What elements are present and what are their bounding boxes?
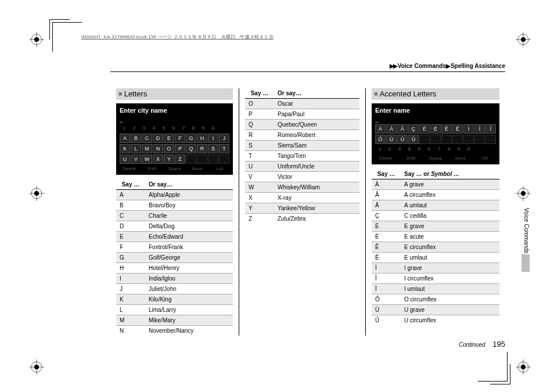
- cell-orsay: E circumflex: [401, 242, 499, 253]
- table-row: ÂA circumflex: [372, 190, 499, 200]
- key: M: [142, 144, 152, 153]
- cell-orsay: Oscar: [274, 99, 359, 109]
- table-row: DDelta/Dog: [116, 221, 233, 232]
- cell-say: Y: [245, 203, 274, 214]
- table-row: ÄA umlaut: [372, 200, 499, 211]
- side-tab-label: Voice Commands: [523, 208, 530, 253]
- key: E: [164, 134, 174, 143]
- key: F: [175, 134, 185, 143]
- key: T: [219, 144, 229, 153]
- registration-mark-icon: [29, 32, 44, 47]
- crop-corner-tl: [52, 22, 82, 52]
- cell-say: H: [116, 263, 145, 274]
- registration-mark-icon: [516, 32, 531, 47]
- cell-say: Â: [372, 190, 401, 200]
- cell-orsay: Kilo/King: [145, 294, 233, 305]
- key-blank: [474, 135, 485, 144]
- crop-corner-br: [478, 352, 508, 382]
- cell-say: Ù: [372, 305, 401, 315]
- breadcrumb-sep: ▶: [446, 63, 449, 69]
- key: 8: [444, 145, 454, 153]
- table-row: KKilo/King: [116, 294, 233, 305]
- phonetic-table-2: Say … Or say… OOscarPPapa/PaulQQuebec/Qu…: [245, 88, 359, 224]
- key: Ê: [441, 124, 452, 134]
- key-blank: [452, 135, 463, 144]
- key: OK: [474, 156, 496, 161]
- cell-orsay: Yankee/Yellow: [274, 203, 359, 214]
- phonetic-table-1: Say … Or say… AAlpha/AppleBBravo/BoyCCha…: [116, 179, 233, 336]
- key: È: [430, 124, 441, 134]
- cell-say: Ï: [372, 284, 401, 294]
- table-row: WWhiskey/William: [245, 182, 359, 193]
- key: N: [153, 144, 163, 153]
- cell-say: U: [245, 161, 274, 172]
- cell-say: L: [116, 305, 145, 315]
- cell-say: É: [372, 232, 401, 242]
- square-bullet-icon: ■: [118, 90, 123, 97]
- cell-orsay: A grave: [401, 179, 499, 190]
- table-row: UUniform/Uncle: [245, 161, 359, 172]
- registration-mark-icon: [516, 359, 531, 375]
- cell-orsay: Alpha/Apple: [145, 190, 233, 200]
- cell-say: W: [245, 182, 274, 193]
- key: 4: [405, 145, 414, 153]
- key: 3: [139, 124, 149, 132]
- cell-orsay: Victor: [274, 172, 359, 182]
- phonetic-table-accented: Say … Say … or Symbol … ÀA graveÂA circu…: [372, 169, 499, 325]
- key: More: [188, 166, 207, 171]
- book-metadata-line: INSIGHT_KA-31TM8820.book 195 ページ ２０１１年８月…: [81, 34, 274, 40]
- key: Delete: [120, 166, 139, 171]
- table-row: SSierra/Sam: [245, 141, 359, 151]
- key: S: [208, 144, 218, 153]
- side-tab-marker: [521, 254, 530, 272]
- cell-orsay: Foxtrot/Frank: [145, 242, 233, 253]
- key: Z: [175, 154, 185, 164]
- table-row: HHotel/Henry: [116, 263, 233, 274]
- table-row: GGolf/George: [116, 253, 233, 263]
- cell-say: T: [245, 151, 274, 161]
- key: 4: [149, 124, 159, 132]
- table-row: OOscar: [245, 99, 359, 109]
- continued-label: Continued: [459, 341, 485, 348]
- key-blank: [186, 154, 196, 164]
- cell-say: Ë: [372, 253, 401, 263]
- navi-key-row1: ÀÂÄÇÉÈÊËÌÎÏ: [375, 124, 496, 134]
- cell-orsay: Hotel/Henry: [145, 263, 233, 274]
- cell-say: K: [116, 294, 145, 305]
- table-row: ÔO circumflex: [372, 294, 499, 305]
- key-blank: [208, 154, 218, 164]
- table-row: CCharlie: [116, 211, 233, 221]
- cell-orsay: Juliet/John: [145, 284, 233, 294]
- navi-screen-letters: Enter city name _ 1234567890 ABCDEFGHIJ …: [116, 103, 233, 175]
- registration-mark-icon: [29, 186, 44, 201]
- col-orsay: Or say…: [274, 88, 359, 99]
- key: À: [375, 124, 386, 134]
- key: Space: [165, 166, 184, 171]
- key: 2: [385, 145, 394, 153]
- cell-say: Ô: [372, 294, 401, 305]
- table-row: PPapa/Paul: [245, 109, 359, 120]
- key: 0: [464, 145, 473, 153]
- key: Y: [164, 154, 174, 164]
- cell-orsay: Papa/Paul: [274, 109, 359, 120]
- cell-orsay: Sierra/Sam: [274, 141, 359, 151]
- navi-key-row1: ABCDEFGHIJ: [120, 134, 229, 143]
- key: 1: [375, 145, 384, 153]
- column-3: ■Accented Letters Enter name _ ÀÂÄÇÉÈÊËÌ…: [365, 88, 505, 336]
- key: 3: [395, 145, 404, 153]
- key: R: [197, 144, 207, 153]
- cell-say: C: [116, 211, 145, 221]
- cell-orsay: E grave: [401, 221, 499, 232]
- cell-orsay: U circumflex: [401, 315, 499, 326]
- navi-bottom-row: DeleteShiftSpaceMoreList: [120, 166, 229, 171]
- table-row: LLima/Larry: [116, 305, 233, 315]
- key: Ë: [452, 124, 463, 134]
- cell-orsay: Tango/Tom: [274, 151, 359, 161]
- key: 5: [415, 145, 424, 153]
- cell-orsay: November/Nancy: [145, 326, 233, 336]
- page-footer: Continued 195: [459, 340, 505, 348]
- key: Ü: [408, 135, 419, 144]
- key-blank: [463, 135, 474, 144]
- key: Ì: [463, 124, 474, 134]
- navi-num-row: 1234567890: [120, 124, 229, 132]
